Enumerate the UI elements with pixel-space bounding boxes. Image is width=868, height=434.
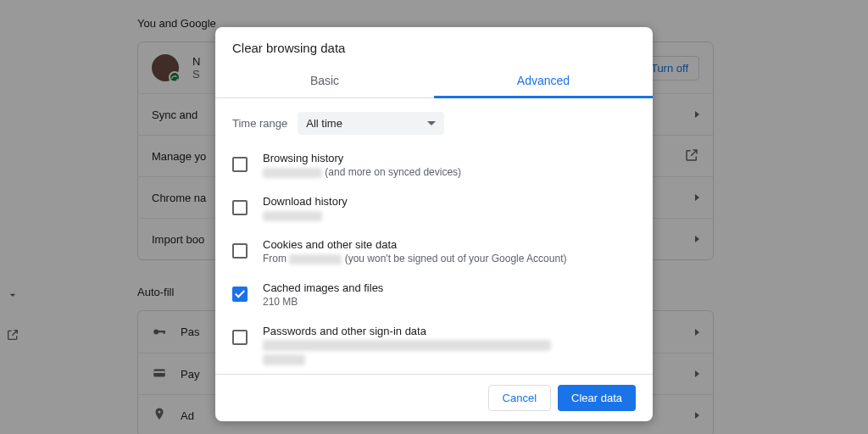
time-range-label: Time range [232, 117, 287, 130]
dialog-tabs: Basic Advanced [215, 65, 653, 98]
option-download-history: Download history [232, 186, 636, 230]
checkbox-cached-images[interactable] [232, 287, 248, 302]
option-title: Cached images and files [263, 281, 636, 294]
option-subtitle [263, 209, 636, 221]
checkbox-cookies[interactable] [232, 243, 248, 259]
checkbox-browsing-history[interactable] [232, 157, 248, 172]
option-subtitle: (and more on synced devices) [263, 166, 636, 178]
cancel-button[interactable]: Cancel [488, 385, 551, 411]
option-title: Browsing history [263, 152, 636, 164]
option-subtitle [263, 339, 636, 365]
redacted-text [289, 254, 342, 264]
redacted-text [263, 211, 322, 221]
clear-data-button[interactable]: Clear data [558, 385, 636, 411]
time-range-select[interactable]: All time [298, 112, 444, 135]
option-subtitle: 210 MB [263, 296, 636, 308]
dialog-footer: Cancel Clear data [215, 374, 653, 421]
option-cached-images: Cached images and files 210 MB [232, 273, 636, 316]
option-cookies: Cookies and other site data From (you wo… [232, 230, 636, 273]
checkbox-download-history[interactable] [232, 200, 248, 215]
option-browsing-history: Browsing history (and more on synced dev… [232, 143, 636, 186]
tab-basic[interactable]: Basic [215, 65, 434, 97]
redacted-text [263, 354, 305, 365]
dialog-title: Clear browsing data [215, 27, 653, 65]
option-subtitle: From (you won't be signed out of your Go… [263, 253, 636, 264]
tab-advanced[interactable]: Advanced [434, 65, 653, 98]
option-passwords: Passwords and other sign-in data [232, 316, 636, 374]
time-range-value: All time [306, 117, 342, 130]
option-title: Cookies and other site data [263, 238, 636, 251]
option-title: Passwords and other sign-in data [263, 325, 636, 337]
redacted-text [263, 168, 322, 178]
option-title: Download history [263, 195, 636, 208]
time-range-row: Time range All time [215, 98, 653, 138]
redacted-text [263, 340, 551, 351]
checkbox-passwords[interactable] [232, 330, 248, 345]
options-list: Browsing history (and more on synced dev… [215, 138, 653, 374]
clear-browsing-data-dialog: Clear browsing data Basic Advanced Time … [215, 27, 653, 421]
chevron-down-icon [427, 121, 436, 125]
